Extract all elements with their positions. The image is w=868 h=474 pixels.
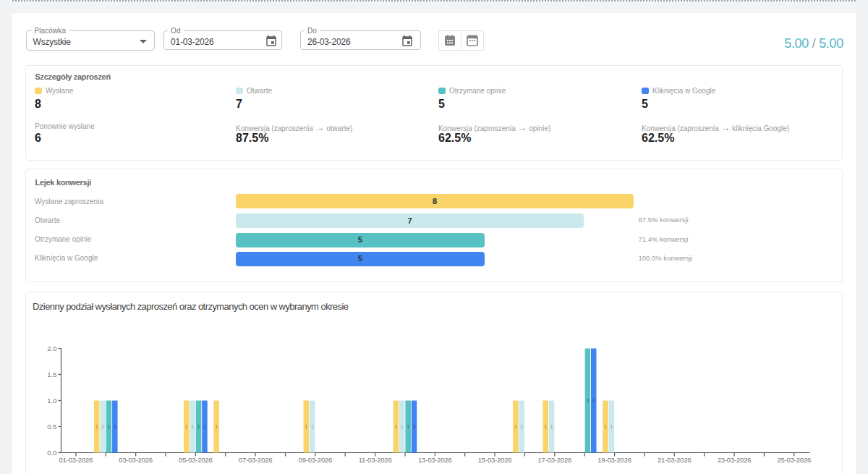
svg-text:1.5: 1.5 [47, 371, 56, 378]
svg-text:09-03-2026: 09-03-2026 [299, 456, 333, 464]
svg-text:17-03-2026: 17-03-2026 [538, 456, 572, 464]
svg-text:1: 1 [101, 424, 104, 429]
svg-text:19-03-2026: 19-03-2026 [597, 456, 631, 464]
svg-text:25-03-2026: 25-03-2026 [777, 456, 811, 464]
svg-text:1: 1 [407, 424, 409, 429]
svg-text:1: 1 [108, 424, 111, 429]
svg-text:1: 1 [413, 424, 416, 429]
svg-text:1: 1 [544, 424, 547, 429]
svg-text:1: 1 [514, 424, 517, 429]
svg-text:1: 1 [114, 424, 116, 429]
svg-text:1: 1 [311, 424, 314, 429]
svg-text:1: 1 [215, 424, 218, 429]
svg-text:13-03-2026: 13-03-2026 [418, 456, 452, 464]
svg-text:1: 1 [203, 424, 206, 429]
svg-text:23-03-2026: 23-03-2026 [718, 456, 752, 464]
svg-text:1: 1 [610, 424, 613, 429]
svg-text:0.0: 0.0 [47, 449, 56, 457]
svg-text:1.0: 1.0 [47, 397, 56, 405]
svg-text:2.0: 2.0 [47, 344, 56, 352]
svg-text:01-03-2026: 01-03-2026 [59, 456, 93, 464]
svg-text:1: 1 [305, 424, 307, 429]
svg-text:05-03-2026: 05-03-2026 [179, 456, 213, 464]
svg-text:1: 1 [185, 424, 188, 429]
svg-text:11-03-2026: 11-03-2026 [359, 456, 392, 464]
svg-text:1: 1 [394, 424, 397, 429]
svg-text:07-03-2026: 07-03-2026 [239, 456, 273, 464]
svg-text:03-03-2026: 03-03-2026 [119, 456, 153, 464]
svg-text:1: 1 [191, 424, 194, 429]
svg-text:1: 1 [520, 424, 523, 429]
svg-text:1: 1 [95, 424, 98, 429]
svg-text:21-03-2026: 21-03-2026 [658, 456, 692, 464]
svg-text:1: 1 [604, 424, 607, 429]
svg-text:1: 1 [401, 424, 404, 429]
svg-text:1: 1 [197, 424, 200, 429]
svg-text:15-03-2026: 15-03-2026 [478, 456, 512, 464]
svg-text:1: 1 [550, 424, 553, 429]
svg-text:0.5: 0.5 [47, 423, 56, 431]
svg-text:2: 2 [592, 398, 595, 403]
svg-text:2: 2 [586, 398, 589, 403]
